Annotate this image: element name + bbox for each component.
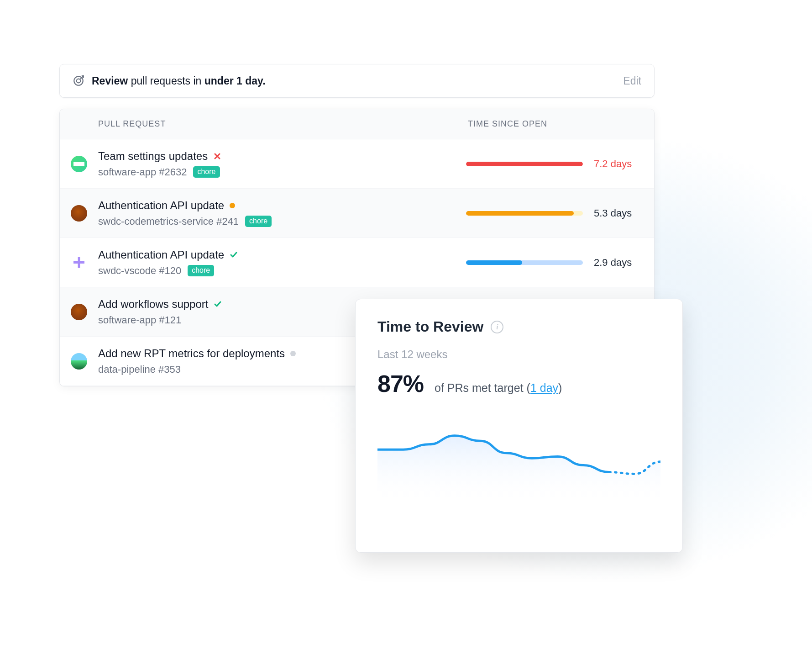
review-period: Last 12 weeks	[377, 348, 660, 361]
avatar	[71, 156, 87, 172]
time-cell: 5.3 days	[466, 207, 639, 219]
goal-prefix: Review	[92, 75, 128, 87]
time-bar	[466, 162, 583, 166]
avatar	[71, 254, 87, 271]
review-card-title-row: Time to Review i	[377, 318, 660, 335]
col-header-time: TIME SINCE OPEN	[466, 119, 639, 129]
time-cell: 7.2 days	[466, 158, 639, 170]
goal-middle: pull requests in	[128, 75, 204, 87]
time-bar	[466, 260, 583, 265]
pr-repo-ref: data-pipeline #353	[98, 364, 181, 375]
pr-title: Team settings updates	[98, 150, 208, 163]
pr-title-row: Team settings updates	[98, 150, 466, 163]
pr-title: Add workflows support	[98, 298, 208, 311]
pr-repo-ref: software-app #2632	[98, 166, 187, 178]
check-icon	[214, 300, 222, 308]
goal-text: Review pull requests in under 1 day.	[92, 75, 266, 87]
pr-title-row: Authentication API update	[98, 248, 466, 261]
review-percent: 87%	[377, 370, 424, 397]
check-icon	[230, 251, 238, 259]
pr-subtitle-row: software-app #2632 chore	[98, 166, 466, 178]
goal-left: Review pull requests in under 1 day.	[73, 75, 266, 87]
time-value: 7.2 days	[594, 158, 639, 170]
avatar	[71, 205, 87, 222]
avatar	[71, 304, 87, 320]
review-desc-suffix: )	[558, 381, 562, 394]
chore-tag: chore	[193, 166, 220, 178]
pending-dot-icon	[230, 203, 235, 208]
goal-bar: Review pull requests in under 1 day. Edi…	[59, 64, 655, 98]
review-description: of PRs met target (1 day)	[435, 381, 562, 395]
review-trend-chart	[377, 417, 660, 503]
pr-repo-ref: software-app #121	[98, 314, 181, 326]
pr-details: Authentication API update swdc-vscode #1…	[98, 248, 466, 277]
table-row[interactable]: Authentication API update swdc-vscode #1…	[60, 238, 654, 287]
pr-repo-ref: swdc-codemetrics-service #241	[98, 216, 239, 227]
edit-button[interactable]: Edit	[623, 75, 641, 87]
time-value: 2.9 days	[594, 257, 639, 269]
pr-subtitle-row: swdc-vscode #120 chore	[98, 265, 466, 277]
chore-tag: chore	[245, 216, 272, 227]
target-icon	[73, 75, 84, 87]
svg-point-1	[77, 79, 81, 83]
review-metric: 87% of PRs met target (1 day)	[377, 370, 660, 397]
pr-repo-ref: swdc-vscode #120	[98, 265, 181, 277]
pr-title-row: Authentication API update	[98, 199, 466, 212]
chore-tag: chore	[188, 265, 214, 276]
table-row[interactable]: Authentication API update swdc-codemetri…	[60, 189, 654, 238]
pr-title: Authentication API update	[98, 248, 224, 261]
time-cell: 2.9 days	[466, 257, 639, 269]
pr-title: Authentication API update	[98, 199, 224, 212]
pr-table-header: PULL REQUEST TIME SINCE OPEN	[60, 109, 654, 139]
neutral-dot-icon	[290, 351, 296, 356]
avatar	[71, 353, 87, 370]
info-icon[interactable]: i	[491, 321, 503, 333]
pr-details: Team settings updates software-app #2632…	[98, 150, 466, 178]
time-bar	[466, 211, 583, 216]
pr-details: Authentication API update swdc-codemetri…	[98, 199, 466, 227]
col-header-pr: PULL REQUEST	[98, 119, 466, 129]
review-target-link[interactable]: 1 day	[530, 381, 558, 394]
x-icon	[213, 152, 221, 160]
pr-subtitle-row: swdc-codemetrics-service #241 chore	[98, 216, 466, 227]
goal-suffix: under 1 day.	[204, 75, 266, 87]
review-card-title: Time to Review	[377, 318, 483, 335]
review-card: Time to Review i Last 12 weeks 87% of PR…	[355, 299, 683, 553]
review-desc-prefix: of PRs met target (	[435, 381, 530, 394]
time-value: 5.3 days	[594, 207, 639, 219]
pr-title: Add new RPT metrics for deployments	[98, 347, 285, 360]
table-row[interactable]: Team settings updates software-app #2632…	[60, 139, 654, 189]
